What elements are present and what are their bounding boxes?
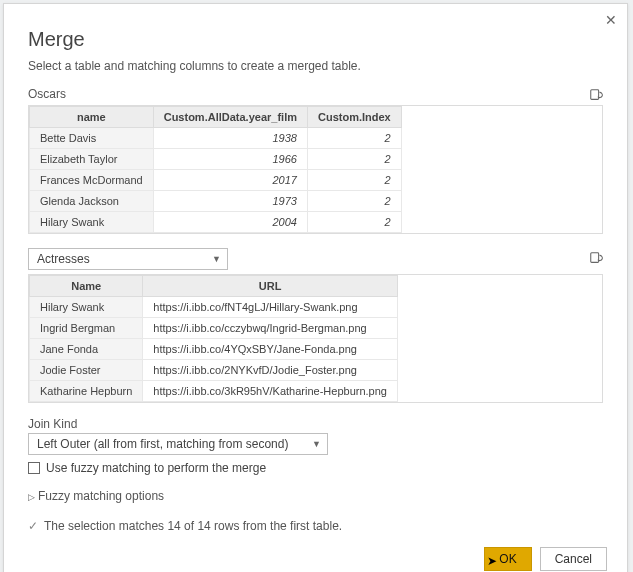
dialog-subtitle: Select a table and matching columns to c… <box>28 59 603 73</box>
cursor-icon: ➤ <box>487 554 497 568</box>
table-row[interactable]: Elizabeth Taylor19662 <box>30 149 402 170</box>
table-row[interactable]: Jane Fondahttps://i.ibb.co/4YQxSBY/Jane-… <box>30 339 398 360</box>
checkbox-icon[interactable] <box>28 462 40 474</box>
table-row[interactable]: Frances McDormand20172 <box>30 170 402 191</box>
refresh-preview-icon[interactable] <box>589 88 603 105</box>
refresh-preview-icon[interactable] <box>589 251 603 268</box>
dropdown-value: Left Outer (all from first, matching fro… <box>37 437 288 451</box>
table-row[interactable]: Jodie Fosterhttps://i.ibb.co/2NYKvfD/Jod… <box>30 360 398 381</box>
join-kind-dropdown[interactable]: Left Outer (all from first, matching fro… <box>28 433 328 455</box>
second-table-dropdown[interactable]: Actresses ▼ <box>28 248 228 270</box>
table-row[interactable]: Bette Davis19382 <box>30 128 402 149</box>
svg-rect-0 <box>591 89 599 99</box>
chevron-down-icon: ▼ <box>312 439 321 449</box>
status-text: The selection matches 14 of 14 rows from… <box>44 519 342 533</box>
table1-name: Oscars <box>28 87 66 101</box>
table-header-row: name Custom.AllData.year_film Custom.Ind… <box>30 107 402 128</box>
close-icon[interactable]: ✕ <box>605 12 617 28</box>
table-row[interactable]: Katharine Hepburnhttps://i.ibb.co/3kR95h… <box>30 381 398 402</box>
check-icon: ✓ <box>28 519 38 533</box>
svg-rect-1 <box>591 252 599 262</box>
dialog-title: Merge <box>28 28 603 51</box>
chevron-down-icon: ▼ <box>212 254 221 264</box>
table-row[interactable]: Hilary Swankhttps://i.ibb.co/fNT4gLJ/Hil… <box>30 297 398 318</box>
cancel-button[interactable]: Cancel <box>540 547 607 571</box>
merge-dialog: ✕ Merge Select a table and matching colu… <box>3 3 628 572</box>
col-header[interactable]: name <box>30 107 154 128</box>
col-header[interactable]: URL <box>143 276 398 297</box>
fuzzy-matching-checkbox-row[interactable]: Use fuzzy matching to perform the merge <box>28 461 603 475</box>
col-header[interactable]: Name <box>30 276 143 297</box>
fuzzy-checkbox-label: Use fuzzy matching to perform the merge <box>46 461 266 475</box>
dropdown-value: Actresses <box>37 252 90 266</box>
chevron-right-icon: ▷ <box>28 492 35 502</box>
col-header[interactable]: Custom.Index <box>307 107 401 128</box>
table-row[interactable]: Hilary Swank20042 <box>30 212 402 233</box>
col-header[interactable]: Custom.AllData.year_film <box>153 107 307 128</box>
dialog-buttons: ➤ OK Cancel <box>484 547 607 571</box>
join-kind-label: Join Kind <box>28 417 603 431</box>
table-header-row: Name URL <box>30 276 398 297</box>
table2-preview: Name URL Hilary Swankhttps://i.ibb.co/fN… <box>28 274 603 403</box>
table1-preview: name Custom.AllData.year_film Custom.Ind… <box>28 105 603 234</box>
ok-button[interactable]: ➤ OK <box>484 547 531 571</box>
match-status: ✓ The selection matches 14 of 14 rows fr… <box>28 519 603 533</box>
table-row[interactable]: Ingrid Bergmanhttps://i.ibb.co/cczybwq/I… <box>30 318 398 339</box>
fuzzy-options-disclosure[interactable]: ▷Fuzzy matching options <box>28 489 603 503</box>
table-row[interactable]: Glenda Jackson19732 <box>30 191 402 212</box>
